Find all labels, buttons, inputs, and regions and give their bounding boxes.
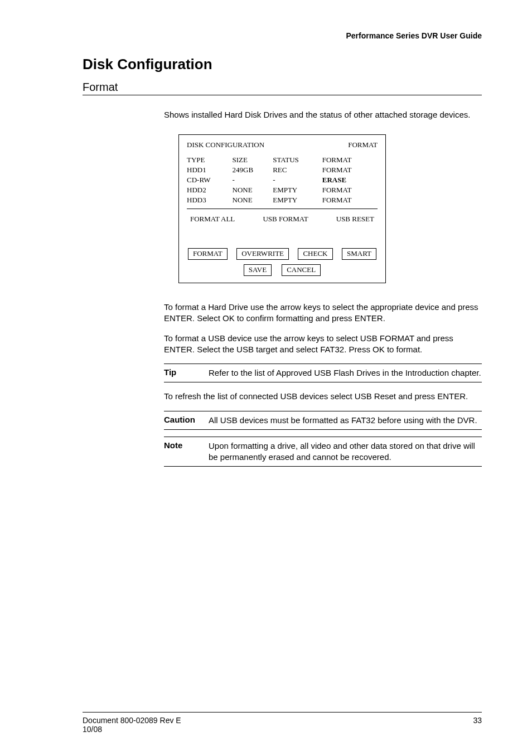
table-row: HDD2 NONE EMPTY FORMAT [187, 185, 378, 195]
caution-label: Caution [164, 415, 199, 426]
col-status: STATUS [273, 155, 322, 165]
tip-callout: Tip Refer to the list of Approved USB Fl… [164, 364, 482, 382]
cell: FORMAT [322, 195, 378, 205]
diagram-divider [187, 209, 378, 209]
save-button: SAVE [244, 264, 272, 276]
caution-callout: Caution All USB devices must be formatte… [164, 411, 482, 430]
paragraph-refresh-usb: To refresh the list of connected USB dev… [164, 391, 482, 402]
cell: CD-RW [187, 175, 233, 185]
note-text: Upon formatting a drive, all video and o… [209, 440, 482, 463]
col-format: FORMAT [322, 155, 378, 165]
col-type: TYPE [187, 155, 233, 165]
caution-text: All USB devices must be formatted as FAT… [209, 415, 482, 426]
footer-page-number: 33 [473, 716, 482, 725]
note-callout: Note Upon formatting a drive, all video … [164, 437, 482, 467]
page-footer: Document 800-02089 Rev E 33 10/08 [83, 712, 482, 734]
table-header-row: TYPE SIZE STATUS FORMAT [187, 155, 378, 165]
paragraph-format-usb: To format a USB device use the arrow key… [164, 333, 482, 356]
table-row: CD-RW - - ERASE [187, 175, 378, 185]
table-row: HDD3 NONE EMPTY FORMAT [187, 195, 378, 205]
cell: FORMAT [322, 165, 378, 175]
diagram-buttons-row-1: FORMAT OVERWRITE CHECK SMART [187, 248, 378, 260]
table-row: HDD1 249GB REC FORMAT [187, 165, 378, 175]
usb-format-label: USB FORMAT [263, 215, 308, 224]
diagram-title-left: DISK CONFIGURATION [187, 140, 264, 149]
intro-paragraph: Shows installed Hard Disk Drives and the… [164, 109, 482, 120]
footer-doc-id: Document 800-02089 Rev E [83, 716, 181, 725]
section-title: Disk Configuration [83, 56, 482, 73]
running-header: Performance Series DVR User Guide [83, 31, 482, 40]
cell: - [273, 175, 322, 185]
paragraph-format-hdd: To format a Hard Drive use the arrow key… [164, 302, 482, 324]
cell: NONE [233, 195, 273, 205]
cell: EMPTY [273, 185, 322, 195]
cell: REC [273, 165, 322, 175]
diagram-buttons-row-2: SAVE CANCEL [187, 264, 378, 276]
note-label: Note [164, 440, 199, 463]
cell: FORMAT [322, 185, 378, 195]
usb-reset-label: USB RESET [336, 215, 374, 224]
diagram-title-right: FORMAT [348, 140, 378, 149]
cell: ERASE [322, 175, 378, 185]
overwrite-button: OVERWRITE [236, 248, 289, 260]
col-size: SIZE [233, 155, 273, 165]
footer-date: 10/08 [83, 725, 482, 734]
disk-config-diagram: DISK CONFIGURATION FORMAT TYPE SIZE STAT… [178, 134, 386, 283]
smart-button: SMART [342, 248, 376, 260]
tip-text: Refer to the list of Approved USB Flash … [209, 367, 482, 379]
cell: 249GB [233, 165, 273, 175]
subsection-rule [83, 95, 482, 95]
cell: - [233, 175, 273, 185]
subsection-heading: Format [83, 81, 482, 94]
tip-label: Tip [164, 367, 199, 379]
disk-table: TYPE SIZE STATUS FORMAT HDD1 249GB REC F… [187, 155, 378, 205]
cell: EMPTY [273, 195, 322, 205]
cell: HDD3 [187, 195, 233, 205]
check-button: CHECK [298, 248, 332, 260]
cell: HDD2 [187, 185, 233, 195]
cell: NONE [233, 185, 273, 195]
cell: HDD1 [187, 165, 233, 175]
format-all-label: FORMAT ALL [190, 215, 235, 224]
cancel-button: CANCEL [282, 264, 321, 276]
diagram-actions-row: FORMAT ALL USB FORMAT USB RESET [187, 215, 378, 224]
format-button: FORMAT [188, 248, 228, 260]
footer-rule [83, 712, 482, 713]
